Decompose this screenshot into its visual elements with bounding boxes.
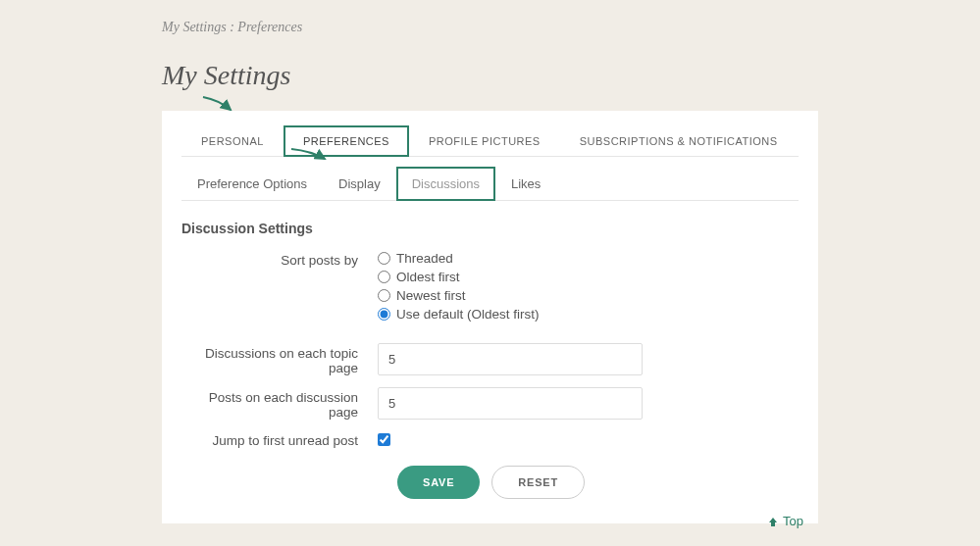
sort-posts-radio-group: Threaded Oldest first Newest first Use d…: [378, 251, 643, 322]
posts-per-page-label: Posts on each discussion page: [181, 388, 378, 420]
jump-unread-label: Jump to first unread post: [181, 431, 378, 448]
reset-button[interactable]: RESET: [491, 466, 585, 499]
radio-threaded-input[interactable]: [378, 252, 390, 265]
tab-subscriptions-notifications[interactable]: SUBSCRIPTIONS & NOTIFICATIONS: [560, 125, 798, 157]
breadcrumb: My Settings : Preferences: [162, 20, 818, 35]
discussions-per-page-label: Discussions on each topic page: [181, 344, 378, 375]
discussions-per-page-input[interactable]: [378, 343, 643, 375]
tab-personal[interactable]: PERSONAL: [181, 125, 284, 157]
radio-use-default-input[interactable]: [378, 308, 390, 321]
subtab-likes[interactable]: Likes: [495, 167, 556, 201]
arrow-annotation-icon: [201, 94, 236, 116]
jump-unread-checkbox[interactable]: [378, 433, 390, 446]
radio-oldest-first[interactable]: Oldest first: [378, 270, 643, 284]
radio-oldest-first-label: Oldest first: [396, 270, 460, 284]
radio-use-default-label: Use default (Oldest first): [396, 307, 540, 322]
save-button[interactable]: SAVE: [397, 466, 480, 499]
back-to-top-link[interactable]: Top: [767, 514, 803, 528]
radio-newest-first-input[interactable]: [378, 289, 390, 302]
subtab-discussions[interactable]: Discussions: [396, 167, 495, 201]
primary-tabs: PERSONAL PREFERENCES PROFILE PICTURES SU…: [181, 125, 799, 157]
radio-threaded[interactable]: Threaded: [378, 251, 643, 266]
radio-newest-first-label: Newest first: [396, 288, 466, 303]
tab-profile-pictures[interactable]: PROFILE PICTURES: [409, 125, 560, 157]
subtab-preference-options[interactable]: Preference Options: [181, 167, 323, 201]
top-link-label: Top: [783, 514, 803, 528]
posts-per-page-input[interactable]: [378, 387, 643, 420]
sort-posts-label: Sort posts by: [181, 251, 378, 268]
radio-oldest-first-input[interactable]: [378, 271, 390, 283]
subtab-display[interactable]: Display: [323, 167, 396, 201]
secondary-tabs: Preference Options Display Discussions L…: [181, 167, 799, 201]
radio-newest-first[interactable]: Newest first: [378, 288, 643, 303]
tab-preferences[interactable]: PREFERENCES: [284, 125, 409, 157]
radio-use-default[interactable]: Use default (Oldest first): [378, 307, 643, 322]
page-title: My Settings: [162, 60, 818, 91]
arrow-up-icon: [767, 516, 779, 527]
button-row: SAVE RESET: [397, 466, 799, 499]
section-heading: Discussion Settings: [181, 221, 799, 236]
settings-panel: PERSONAL PREFERENCES PROFILE PICTURES SU…: [162, 111, 818, 523]
radio-threaded-label: Threaded: [396, 251, 453, 266]
